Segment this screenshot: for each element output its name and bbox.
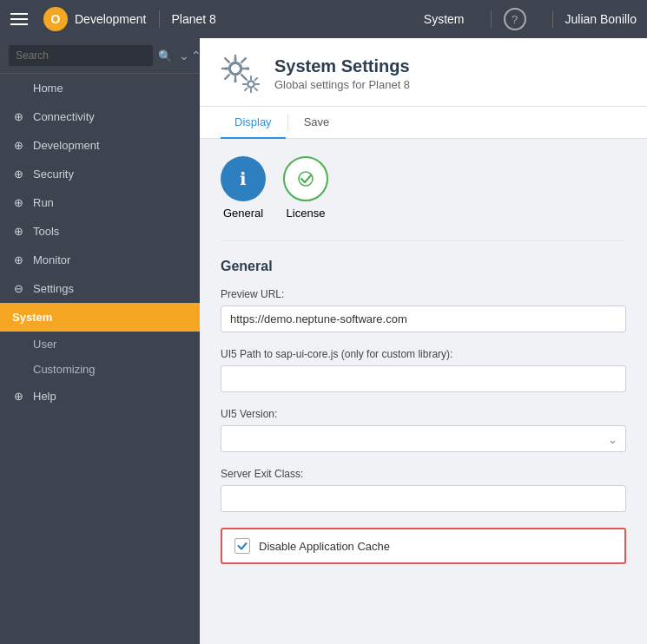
sidebar-item-development[interactable]: ⊕ Development [0, 131, 200, 160]
sidebar-child-label: Customizing [33, 363, 96, 376]
svg-line-15 [245, 78, 248, 81]
sidebar-child-customizing[interactable]: Customizing [0, 357, 200, 382]
content-header: System Settings Global settings for Plan… [200, 38, 647, 107]
svg-line-17 [255, 78, 258, 81]
checkbox-box [234, 538, 250, 554]
checkbox-disable-cache[interactable]: Disable Application Cache [221, 528, 626, 564]
topbar-divider3 [552, 10, 553, 28]
form-group-ui5-version: UI5 Version: ⌄ [221, 408, 626, 452]
search-input[interactable] [9, 45, 153, 66]
tools-plus-icon: ⊕ [12, 226, 24, 238]
form-group-preview-url: Preview URL: [221, 288, 626, 332]
svg-line-18 [245, 89, 248, 91]
connectivity-plus-icon: ⊕ [12, 111, 24, 123]
sidebar-item-monitor[interactable]: ⊕ Monitor [0, 246, 200, 274]
sidebar-child-user[interactable]: User [0, 332, 200, 357]
run-plus-icon: ⊕ [12, 197, 24, 209]
menu-icon[interactable] [10, 7, 35, 31]
form-group-ui5-path: UI5 Path to sap-ui-core.js (only for cus… [221, 348, 626, 392]
topbar: O Development Planet 8 System ? Julian B… [0, 0, 647, 38]
general-icon: ℹ [221, 156, 266, 201]
svg-point-9 [229, 62, 241, 74]
sidebar-item-connectivity[interactable]: ⊕ Connectivity [0, 102, 200, 131]
settings-icon-wrap [221, 54, 261, 94]
sidebar-item-label: Development [33, 139, 100, 152]
tab-divider [287, 115, 288, 130]
expand-icon[interactable]: ⌃ [191, 49, 200, 62]
icon-tab-divider [221, 240, 626, 241]
security-plus-icon: ⊕ [12, 168, 24, 181]
sidebar-child-label: User [33, 338, 56, 351]
sidebar-item-label: Settings [33, 282, 74, 295]
tab-save[interactable]: Save [290, 107, 344, 139]
content-header-text: System Settings Global settings for Plan… [274, 56, 410, 91]
sidebar-item-label: Security [33, 168, 74, 181]
icon-tab-label-general: General [223, 207, 263, 220]
tabs-bar: Display Save [200, 107, 647, 139]
sidebar-item-settings[interactable]: ⊖ Settings [0, 274, 200, 303]
form-section-title: General [221, 259, 626, 274]
sidebar-item-tools[interactable]: ⊕ Tools [0, 217, 200, 246]
input-server-exit-class[interactable] [221, 485, 626, 512]
icon-tab-license[interactable]: License [283, 156, 328, 220]
svg-line-16 [255, 89, 258, 91]
select-wrap-ui5-version: ⌄ [221, 425, 626, 452]
collapse-icon[interactable]: ⌄ [179, 49, 189, 62]
sidebar-item-label: Home [33, 82, 63, 95]
gear-small-icon [241, 75, 261, 94]
sidebar-child-label: System [12, 311, 52, 324]
sidebar-child-system[interactable]: System [0, 303, 200, 332]
page-subtitle: Global settings for Planet 8 [274, 78, 410, 91]
sidebar-item-security[interactable]: ⊕ Security [0, 160, 200, 188]
home-icon [12, 82, 24, 95]
form-group-server-exit-class: Server Exit Class: [221, 468, 626, 512]
svg-line-7 [241, 58, 246, 62]
monitor-plus-icon: ⊕ [12, 254, 24, 266]
license-icon [283, 156, 328, 201]
select-ui5-version[interactable] [221, 425, 626, 452]
sidebar-item-label: Tools [33, 225, 59, 238]
sidebar-item-label: Monitor [33, 253, 70, 266]
sidebar-item-label: Run [33, 196, 54, 209]
input-ui5-path[interactable] [221, 365, 626, 392]
logo: O [43, 7, 68, 31]
sidebar-item-home[interactable]: Home [0, 74, 200, 102]
search-bar: 🔍 ⌄ ⌃ [0, 38, 200, 74]
icon-tab-label-license: License [287, 207, 326, 220]
svg-line-8 [225, 75, 229, 79]
label-ui5-version: UI5 Version: [221, 408, 626, 420]
sidebar-item-label: Help [33, 390, 56, 403]
settings-minus-icon: ⊖ [12, 283, 24, 295]
help-plus-icon: ⊕ [12, 391, 24, 403]
search-icon[interactable]: 🔍 [158, 49, 172, 62]
sidebar-item-label: Connectivity [33, 110, 95, 123]
label-server-exit-class: Server Exit Class: [221, 468, 626, 480]
icon-tabs: ℹ General License [221, 156, 626, 220]
sidebar-item-run[interactable]: ⊕ Run [0, 188, 200, 217]
topbar-divider2 [491, 10, 492, 28]
svg-line-5 [225, 58, 229, 62]
page-title: System Settings [274, 56, 410, 76]
user-label: Julian Bonillo [565, 12, 637, 26]
checkbox-label: Disable Application Cache [259, 540, 390, 553]
toggle-icons: ⌄ ⌃ [179, 49, 200, 62]
form-section: General Preview URL: UI5 Path to sap-ui-… [221, 259, 626, 564]
sidebar: 🔍 ⌄ ⌃ Home ⊕ Connectivity ⊕ Development … [0, 38, 200, 644]
content-body: ℹ General License General [200, 139, 647, 644]
main-content: System Settings Global settings for Plan… [200, 38, 647, 644]
label-preview-url: Preview URL: [221, 288, 626, 300]
input-preview-url[interactable] [221, 306, 626, 332]
development-plus-icon: ⊕ [12, 140, 24, 152]
svg-point-10 [248, 81, 254, 87]
help-icon[interactable]: ? [504, 8, 526, 30]
tab-display[interactable]: Display [221, 107, 286, 139]
sidebar-nav: Home ⊕ Connectivity ⊕ Development ⊕ Secu… [0, 74, 200, 644]
label-ui5-path: UI5 Path to sap-ui-core.js (only for cus… [221, 348, 626, 360]
topbar-divider [159, 10, 160, 28]
sidebar-item-help[interactable]: ⊕ Help [0, 382, 200, 411]
icon-tab-general[interactable]: ℹ General [221, 156, 266, 220]
planet-label: Planet 8 [172, 12, 216, 26]
app-title: Development [75, 12, 147, 26]
system-link[interactable]: System [424, 12, 465, 26]
